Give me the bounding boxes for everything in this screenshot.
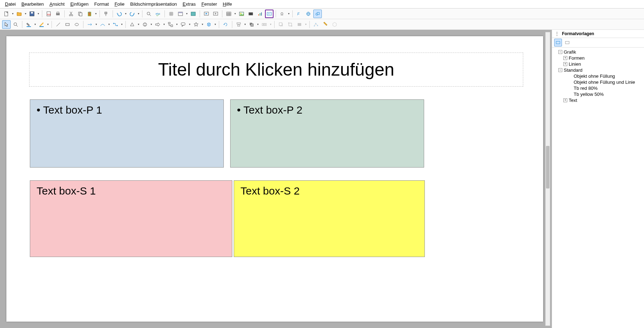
master-slide-button[interactable] xyxy=(189,10,197,18)
tree-formen[interactable]: +Formen xyxy=(553,55,643,61)
special-char-dropdown[interactable]: ▾ xyxy=(287,12,290,15)
spellcheck-button[interactable]: abc xyxy=(154,10,162,18)
menu-format[interactable]: Format xyxy=(91,1,112,7)
insert-media-button[interactable] xyxy=(247,10,255,18)
line-color-button[interactable] xyxy=(37,20,46,29)
slide-canvas[interactable]: Titel durch Klicken hinzufügen Text box-… xyxy=(0,30,552,328)
callouts-button[interactable] xyxy=(179,20,188,29)
clone-format-button[interactable] xyxy=(102,10,110,18)
shadow-button[interactable] xyxy=(277,20,285,29)
expand-icon[interactable]: + xyxy=(563,98,567,102)
tree-grafik[interactable]: −Grafik xyxy=(553,49,643,55)
distribute-dropdown[interactable]: ▾ xyxy=(269,23,272,26)
menu-einfügen[interactable]: Einfügen xyxy=(67,1,91,7)
undo-button[interactable] xyxy=(115,10,124,18)
stars-button[interactable] xyxy=(192,20,200,29)
save-dropdown[interactable]: ▾ xyxy=(37,12,40,15)
arrange-dropdown[interactable]: ▾ xyxy=(256,23,259,26)
insert-table-dropdown[interactable]: ▾ xyxy=(234,12,237,15)
menu-folie[interactable]: Folie xyxy=(112,1,127,7)
menu-bildschirmpräsentation[interactable]: Bildschirmpräsentation xyxy=(128,1,180,7)
tree-tb-red[interactable]: Tb red 80% xyxy=(553,85,643,91)
line-arrow-dropdown[interactable]: ▾ xyxy=(95,23,98,26)
line-tool-button[interactable] xyxy=(54,20,63,29)
extrusion-button[interactable] xyxy=(330,20,339,29)
curve-tool-button[interactable] xyxy=(98,20,107,29)
textbox-s1[interactable]: Text box-S 1 xyxy=(30,180,232,257)
tree-obj-ohne-fuellung-linie[interactable]: Objekt ohne Füllung und Linie xyxy=(553,79,643,85)
start-from-current-button[interactable] xyxy=(211,10,220,18)
paste-button[interactable] xyxy=(85,10,94,18)
curve-dropdown[interactable]: ▾ xyxy=(108,23,110,26)
tree-tb-yellow[interactable]: Tb yellow 50% xyxy=(553,91,643,97)
menu-datei[interactable]: Datei xyxy=(2,1,18,7)
special-char-button[interactable]: Ω xyxy=(278,10,287,18)
grid-button[interactable] xyxy=(167,10,175,18)
vertical-scrollbar[interactable] xyxy=(545,32,550,326)
expand-icon[interactable]: + xyxy=(563,62,567,66)
undo-dropdown[interactable]: ▾ xyxy=(124,12,127,15)
copy-button[interactable] xyxy=(76,10,85,18)
fontwork-button[interactable]: F xyxy=(295,10,303,18)
save-button[interactable] xyxy=(28,10,36,18)
redo-button[interactable] xyxy=(128,10,136,18)
3d-objects-dropdown[interactable]: ▾ xyxy=(214,23,217,26)
menu-extras[interactable]: Extras xyxy=(180,1,199,7)
basic-shapes-dropdown[interactable]: ▾ xyxy=(137,23,140,26)
show-draw-functions-button[interactable] xyxy=(313,10,322,18)
crop-button[interactable] xyxy=(286,20,294,29)
select-tool-button[interactable] xyxy=(2,20,11,29)
title-placeholder[interactable]: Titel durch Klicken hinzufügen xyxy=(29,53,523,87)
new-button[interactable] xyxy=(2,10,11,18)
tree-linien[interactable]: +Linien xyxy=(553,61,643,67)
paste-dropdown[interactable]: ▾ xyxy=(94,12,97,15)
rotate-tool-button[interactable] xyxy=(221,20,230,29)
export-pdf-button[interactable]: PDF xyxy=(44,10,53,18)
line-arrow-button[interactable] xyxy=(86,20,94,29)
collapse-icon[interactable]: − xyxy=(558,68,562,72)
display-views-dropdown[interactable]: ▾ xyxy=(185,12,188,15)
symbol-shapes-dropdown[interactable]: ▾ xyxy=(150,23,153,26)
fill-color-button[interactable] xyxy=(25,20,33,29)
distribute-button[interactable] xyxy=(260,20,269,29)
connector-dropdown[interactable]: ▾ xyxy=(120,23,123,26)
block-arrows-button[interactable] xyxy=(153,20,162,29)
gluepoints-button[interactable] xyxy=(321,20,330,29)
print-button[interactable] xyxy=(54,10,62,18)
menu-hilfe[interactable]: Hilfe xyxy=(220,1,235,7)
filter-button[interactable] xyxy=(295,20,304,29)
block-arrows-dropdown[interactable]: ▾ xyxy=(163,23,166,26)
textbox-p2[interactable]: Text box-P 2 xyxy=(230,99,424,168)
drawing-styles-tab[interactable] xyxy=(554,39,562,47)
scrollbar-thumb[interactable] xyxy=(546,146,550,188)
connector-tool-button[interactable] xyxy=(111,20,120,29)
tree-obj-ohne-fuellung[interactable]: Objekt ohne Füllung xyxy=(553,73,643,79)
symbol-shapes-button[interactable] xyxy=(141,20,149,29)
menu-fenster[interactable]: Fenster xyxy=(199,1,220,7)
find-button[interactable] xyxy=(145,10,153,18)
menu-ansicht[interactable]: Ansicht xyxy=(47,1,67,7)
cut-button[interactable] xyxy=(67,10,75,18)
filter-dropdown[interactable]: ▾ xyxy=(304,23,307,26)
collapse-icon[interactable]: − xyxy=(558,50,562,54)
zoom-tool-button[interactable] xyxy=(11,20,20,29)
3d-objects-button[interactable] xyxy=(205,20,213,29)
start-from-first-button[interactable] xyxy=(202,10,211,18)
flowchart-dropdown[interactable]: ▾ xyxy=(175,23,178,26)
basic-shapes-button[interactable] xyxy=(128,20,136,29)
ellipse-tool-button[interactable] xyxy=(72,20,81,29)
arrange-button[interactable] xyxy=(247,20,256,29)
insert-chart-button[interactable] xyxy=(256,10,264,18)
redo-dropdown[interactable]: ▾ xyxy=(137,12,140,15)
hyperlink-button[interactable] xyxy=(304,10,313,18)
new-dropdown[interactable]: ▾ xyxy=(11,12,14,15)
expand-icon[interactable]: + xyxy=(563,56,567,60)
textbox-p1[interactable]: Text box-P 1 xyxy=(30,99,224,168)
tree-standard[interactable]: −Standard xyxy=(553,67,643,73)
presentation-styles-tab[interactable] xyxy=(563,39,571,47)
callouts-dropdown[interactable]: ▾ xyxy=(188,23,191,26)
stars-dropdown[interactable]: ▾ xyxy=(201,23,204,26)
points-button[interactable] xyxy=(312,20,320,29)
sidebar-grip-icon[interactable]: ⋮ xyxy=(555,31,559,36)
insert-textbox-button[interactable]: A= xyxy=(265,10,274,18)
